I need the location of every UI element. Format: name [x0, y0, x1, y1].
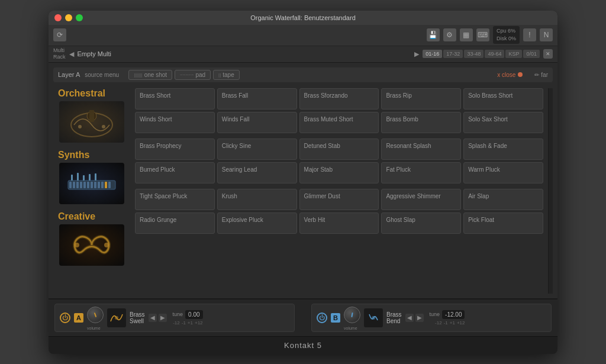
sound-brass-fall[interactable]: Brass Fall [217, 88, 297, 109]
rack-tab-17-32[interactable]: 17-32 [443, 50, 463, 58]
sound-brass-sforzando[interactable]: Brass Sforzando [299, 88, 379, 109]
sound-major-stab[interactable]: Major Stab [299, 162, 379, 183]
slot-b-power-btn[interactable]: ⏻ [317, 313, 327, 323]
slot-b-prev-btn[interactable]: ◀ [405, 314, 414, 322]
rack-tab-ksp[interactable]: KSP [505, 50, 522, 58]
sound-brass-rip[interactable]: Brass Rip [381, 88, 461, 109]
far-btn[interactable]: ✏ far [534, 72, 548, 78]
right-scrollbar[interactable] [548, 88, 553, 294]
slot-b-letter: B [331, 313, 340, 323]
slot-a-tune: tune 0.00 -12 -1 +1 +12 [173, 310, 203, 326]
orchestral-label: Orchestral [58, 88, 105, 99]
sound-air-slap[interactable]: Air Slap [463, 189, 543, 210]
slot-a-power-btn[interactable]: ⏻ [60, 313, 70, 323]
slot-a-tune-neg1[interactable]: -1 [182, 320, 186, 326]
top-toolbar: ⟳ 💾 ⚙ ▦ ⌨ Cpu 6% Disk 0% ! N [49, 25, 557, 46]
creative-section: Tight Space Pluck Krush Glimmer Dust Agg… [135, 189, 543, 234]
close-dot-icon [518, 72, 523, 77]
sound-aggressive-shimmer[interactable]: Aggressive Shimmer [381, 189, 461, 210]
mode-btn-one-shot-label: one shot [144, 72, 167, 78]
slot-b-tune-pos1[interactable]: +1 [450, 320, 455, 326]
sound-searing-lead[interactable]: Searing Lead [217, 162, 297, 183]
category-synths[interactable]: Synths [53, 150, 130, 204]
synths-grid-row1: Brass Prophecy Clicky Sine Detuned Stab … [135, 138, 543, 160]
settings-icon[interactable]: ⚙ [443, 28, 456, 41]
window-controls [54, 14, 83, 21]
sound-verb-hit[interactable]: Verb Hit [299, 212, 379, 234]
slot-b-next-btn[interactable]: ▶ [415, 314, 424, 322]
info-icon[interactable]: N [540, 28, 553, 41]
sound-krush[interactable]: Krush [217, 189, 297, 210]
slot-b-tune-label: tune [430, 311, 440, 317]
sound-brass-bomb[interactable]: Brass Bomb [381, 112, 461, 133]
slot-a-volume-knob[interactable] [87, 307, 104, 323]
slot-a-next-btn[interactable]: ▶ [159, 314, 167, 322]
svg-rect-22 [95, 173, 96, 181]
multi-rack-name: Empty Multi [78, 50, 411, 57]
slot-a-letter: A [74, 313, 83, 323]
mode-btn-tape[interactable]: || tape [213, 70, 240, 80]
rack-tab-33-48[interactable]: 33-48 [464, 50, 483, 58]
sound-glimmer-dust[interactable]: Glimmer Dust [299, 189, 379, 210]
rack-tab-001[interactable]: 0/01 [523, 50, 540, 58]
category-creative[interactable]: Creative [53, 211, 130, 266]
category-orchestral[interactable]: Orchestral [53, 88, 130, 143]
kontakt-logo-icon[interactable]: ⟳ [53, 28, 66, 41]
slot-a-prev-btn[interactable]: ◀ [149, 314, 157, 322]
rack-tab-49-64[interactable]: 49-64 [485, 50, 504, 58]
layer-header: Layer A source menu ||||||| one shot ~~~… [53, 67, 553, 82]
sound-solo-brass-short[interactable]: Solo Brass Short [463, 88, 543, 109]
slot-b-tune-neg1[interactable]: -1 [444, 320, 448, 326]
sound-winds-fall[interactable]: Winds Fall [217, 112, 297, 133]
svg-point-4 [102, 125, 105, 128]
svg-rect-2 [89, 110, 94, 122]
slot-a-tune-min[interactable]: -12 [173, 320, 180, 326]
sound-winds-short[interactable]: Winds Short [135, 112, 215, 133]
orchestral-grid-row1: Brass Short Brass Fall Brass Sforzando B… [135, 88, 543, 109]
sound-splash-fade[interactable]: Splash & Fade [463, 138, 543, 160]
sound-warm-pluck[interactable]: Warm Pluck [463, 162, 543, 183]
sound-detuned-stab[interactable]: Detuned Stab [299, 138, 379, 160]
sound-tight-space-pluck[interactable]: Tight Space Pluck [135, 189, 215, 210]
sound-ghost-slap[interactable]: Ghost Slap [381, 212, 461, 234]
slot-a-name: Brass Swell [130, 311, 145, 324]
sound-fat-pluck[interactable]: Fat Pluck [381, 162, 461, 183]
mode-btn-one-shot[interactable]: ||||||| one shot [128, 70, 172, 80]
window-title: Organic Waterfall: Benutzerstandard [250, 14, 356, 21]
close-window-btn[interactable] [54, 14, 62, 21]
sound-brass-muted-short[interactable]: Brass Muted Short [299, 112, 379, 133]
slot-a-tune-pos12[interactable]: +12 [195, 320, 203, 326]
sound-brass-prophecy[interactable]: Brass Prophecy [135, 138, 215, 160]
svg-rect-11 [87, 182, 89, 188]
rack-nav-right[interactable]: ▶ [414, 50, 419, 58]
close-source-btn[interactable]: x close [497, 72, 523, 78]
maximize-window-btn[interactable] [76, 14, 83, 21]
rack-nav-left[interactable]: ◀ [69, 50, 74, 58]
layer-label: Layer A [58, 71, 80, 78]
source-menu-btn[interactable]: source menu [85, 72, 119, 78]
mode-btn-pad[interactable]: ~~~~~ pad [175, 70, 211, 80]
sound-radio-grunge[interactable]: Radio Grunge [135, 212, 215, 234]
rack-close-icon[interactable]: ✕ [543, 49, 553, 59]
sound-brass-short[interactable]: Brass Short [135, 88, 215, 109]
keyboard-icon[interactable]: ⌨ [476, 28, 489, 41]
sound-clicky-sine[interactable]: Clicky Sine [217, 138, 297, 160]
alert-icon[interactable]: ! [523, 28, 536, 41]
slot-a-tune-pos1[interactable]: +1 [188, 320, 193, 326]
app-window: Organic Waterfall: Benutzerstandard ⟳ 💾 … [49, 11, 557, 354]
sound-explosive-pluck[interactable]: Explosive Pluck [217, 212, 297, 234]
sound-resonant-splash[interactable]: Resonant Splash [381, 138, 461, 160]
creative-grid-row2: Radio Grunge Explosive Pluck Verb Hit Gh… [135, 212, 543, 234]
sound-solo-sax-short[interactable]: Solo Sax Short [463, 112, 543, 133]
minimize-window-btn[interactable] [65, 14, 72, 21]
browser-icon[interactable]: ▦ [460, 28, 473, 41]
sound-burned-pluck[interactable]: Burned Pluck [135, 162, 215, 183]
grid-panel: Brass Short Brass Fall Brass Sforzando B… [135, 88, 543, 294]
slot-b-tune-min[interactable]: -12 [435, 320, 442, 326]
slot-b-volume-knob[interactable] [344, 307, 360, 323]
rack-tab-01-16[interactable]: 01-16 [423, 50, 442, 58]
slot-b-tune-pos12[interactable]: +12 [457, 320, 465, 326]
save-icon[interactable]: 💾 [427, 28, 440, 41]
sound-pick-float[interactable]: Pick Float [463, 212, 543, 234]
bottom-taskbar: Kontakt 5 [49, 336, 557, 354]
